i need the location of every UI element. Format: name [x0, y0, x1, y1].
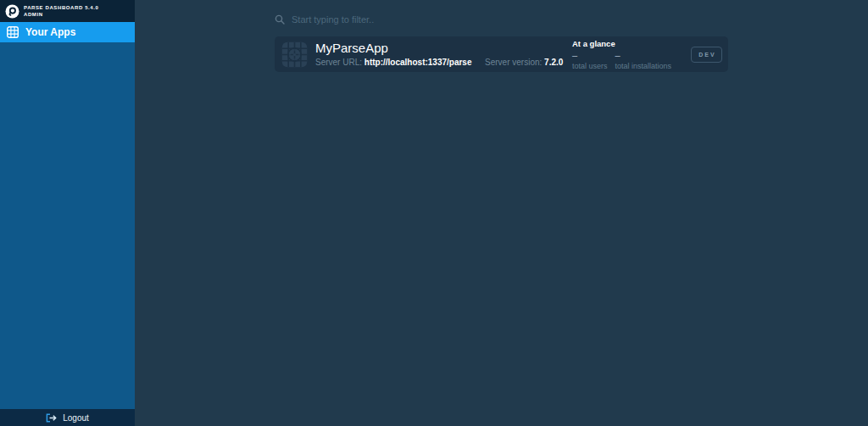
sidebar-item-your-apps[interactable]: Your Apps [0, 22, 135, 42]
logout-button[interactable]: Logout [0, 409, 135, 426]
logout-label: Logout [63, 413, 89, 423]
stat-label: total users [572, 62, 608, 70]
stat-value: – [572, 51, 608, 60]
app-name: MyParseApp [315, 41, 563, 55]
stat-label: total installations [615, 62, 672, 70]
server-version-label: Server version: [485, 58, 542, 67]
sidebar-item-label: Your Apps [25, 26, 75, 38]
sidebar: PARSE DASHBOARD 5.4.0 ADMIN Your Apps Lo… [0, 0, 135, 426]
main-area: MyParseApp Server URL: http://localhost:… [135, 0, 868, 426]
apps-container: MyParseApp Server URL: http://localhost:… [275, 0, 728, 72]
at-a-glance-section: At a glance – total users – total instal… [572, 39, 650, 70]
filter-bar [275, 13, 728, 25]
glance-stats: – total users – total installations [572, 51, 650, 70]
app-info: MyParseApp Server URL: http://localhost:… [315, 41, 563, 67]
app-server-meta: Server URL: http://localhost:1337/parse … [315, 58, 563, 67]
stat-total-users: – total users [572, 51, 608, 70]
brand-line2: ADMIN [24, 11, 99, 18]
sidebar-header: PARSE DASHBOARD 5.4.0 ADMIN [0, 0, 135, 22]
server-version-value: 7.2.0 [544, 58, 563, 67]
glance-title: At a glance [572, 39, 650, 48]
stat-value: – [615, 51, 672, 60]
dev-env-button[interactable]: DEV [691, 47, 722, 63]
apps-grid-icon [7, 26, 19, 38]
server-url-value: http://localhost:1337/parse [364, 58, 472, 67]
brand-line1: PARSE DASHBOARD 5.4.0 [24, 4, 99, 11]
filter-apps-input[interactable] [292, 14, 728, 25]
search-icon [275, 14, 285, 25]
stat-total-installations: – total installations [615, 51, 672, 70]
app-blueprint-icon [281, 41, 308, 68]
brand-text: PARSE DASHBOARD 5.4.0 ADMIN [24, 4, 99, 18]
server-url-label: Server URL: [315, 58, 362, 67]
app-card[interactable]: MyParseApp Server URL: http://localhost:… [275, 36, 728, 72]
logout-icon [46, 413, 58, 423]
parse-logo-icon [5, 4, 19, 19]
